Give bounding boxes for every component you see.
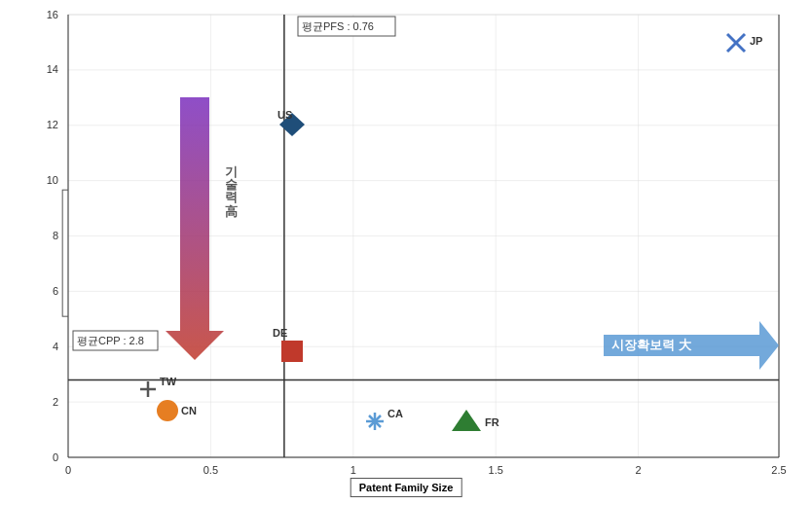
svg-rect-47 bbox=[281, 341, 303, 362]
chart-container: Forward Citation(CPP) Patent Family Size… bbox=[0, 0, 812, 505]
svg-text:4: 4 bbox=[53, 341, 58, 352]
svg-text:평균CPP : 2.8: 평균CPP : 2.8 bbox=[77, 335, 144, 346]
svg-text:6: 6 bbox=[53, 285, 58, 297]
svg-text:TW: TW bbox=[160, 376, 177, 387]
svg-text:FR: FR bbox=[485, 416, 499, 428]
svg-text:시장확보력 大: 시장확보력 大 bbox=[611, 338, 692, 352]
svg-text:DE: DE bbox=[273, 327, 287, 339]
svg-text:CN: CN bbox=[181, 405, 197, 416]
svg-text:US: US bbox=[277, 109, 292, 121]
svg-text:0.5: 0.5 bbox=[203, 464, 218, 476]
svg-text:2: 2 bbox=[53, 396, 58, 408]
svg-text:8: 8 bbox=[53, 230, 58, 241]
svg-text:2.5: 2.5 bbox=[771, 464, 786, 476]
svg-point-52 bbox=[157, 400, 178, 421]
svg-text:1.5: 1.5 bbox=[489, 464, 503, 476]
svg-text:12: 12 bbox=[47, 119, 58, 130]
svg-text:평균PFS : 0.76: 평균PFS : 0.76 bbox=[302, 20, 374, 32]
svg-text:2: 2 bbox=[636, 464, 642, 476]
svg-text:CA: CA bbox=[388, 408, 403, 419]
svg-text:JP: JP bbox=[750, 35, 762, 47]
svg-text:1: 1 bbox=[351, 464, 356, 476]
svg-text:10: 10 bbox=[47, 174, 58, 186]
svg-text:14: 14 bbox=[47, 63, 58, 75]
chart-svg: 0 2 4 6 8 10 12 14 16 0 0.5 bbox=[0, 0, 812, 505]
svg-text:0: 0 bbox=[65, 464, 71, 476]
svg-text:0: 0 bbox=[53, 451, 58, 463]
svg-text:16: 16 bbox=[47, 9, 58, 20]
